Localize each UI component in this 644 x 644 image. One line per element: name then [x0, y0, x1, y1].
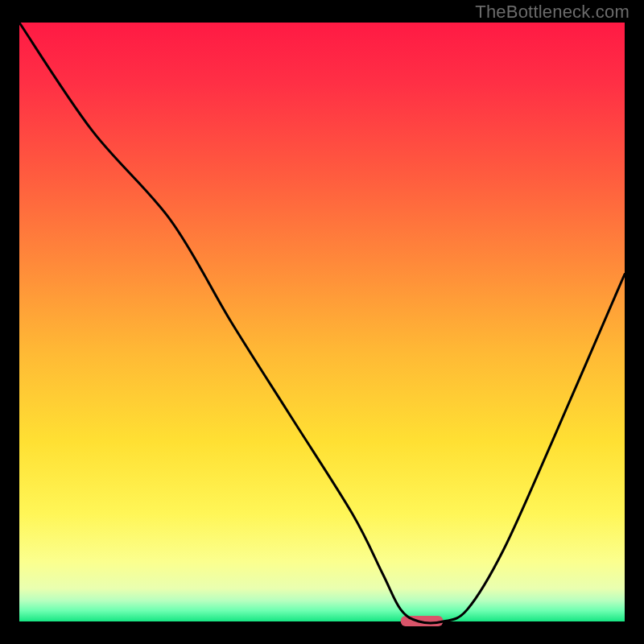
chart-frame: TheBottleneck.com: [0, 0, 644, 644]
bottleneck-chart: [0, 0, 644, 644]
plot-background: [19, 23, 625, 621]
